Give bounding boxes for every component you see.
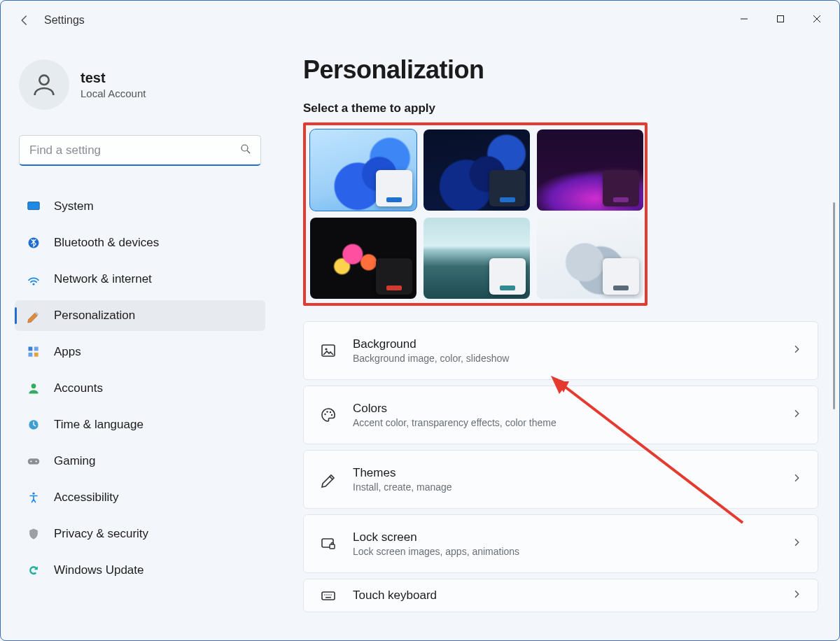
svg-point-21 (324, 414, 326, 415)
theme-heading: Select a theme to apply (303, 101, 821, 115)
window-minimize-button[interactable] (726, 5, 762, 33)
svg-point-28 (324, 594, 326, 596)
svg-rect-11 (29, 353, 33, 357)
colors-icon (319, 406, 337, 424)
windows-update-icon (26, 563, 41, 578)
search-box[interactable] (19, 135, 261, 166)
svg-point-22 (326, 411, 328, 412)
sidebar-item-label: System (54, 199, 94, 213)
bluetooth-icon (26, 235, 41, 251)
sidebar-item-windows-update[interactable]: Windows Update (15, 555, 265, 586)
svg-point-16 (30, 460, 31, 462)
background-icon (319, 341, 337, 360)
sidebar-item-system[interactable]: System (15, 191, 265, 222)
window-maximize-button[interactable] (762, 5, 799, 33)
svg-rect-32 (326, 597, 331, 598)
sidebar-item-label: Accessibility (54, 491, 119, 505)
system-icon (26, 199, 41, 214)
window-close-button[interactable] (799, 5, 835, 33)
touch-keyboard-icon (319, 586, 337, 605)
maximize-icon (776, 15, 785, 23)
sidebar-item-bluetooth[interactable]: Bluetooth & devices (15, 227, 265, 258)
search-input[interactable] (28, 143, 239, 158)
arrow-left-icon (18, 14, 31, 27)
sidebar-item-gaming[interactable]: Gaming (15, 446, 265, 477)
theme-tile-5[interactable] (424, 218, 530, 299)
close-icon (813, 15, 821, 23)
apps-icon (26, 344, 41, 360)
sidebar-item-accounts[interactable]: Accounts (15, 373, 265, 404)
svg-rect-15 (28, 458, 40, 464)
svg-point-29 (326, 594, 328, 596)
svg-point-3 (241, 145, 248, 151)
theme-tile-2[interactable] (424, 129, 530, 211)
search-icon (239, 143, 252, 158)
time-language-icon (26, 417, 41, 432)
settings-rows: Background Background image, color, slid… (303, 321, 818, 612)
theme-tile-4[interactable] (310, 218, 416, 299)
row-title: Lock screen (353, 530, 519, 544)
sidebar-item-privacy[interactable]: Privacy & security (15, 519, 265, 549)
svg-rect-12 (34, 353, 38, 357)
theme-preview-window (489, 170, 526, 206)
privacy-icon (26, 526, 41, 542)
theme-tile-3[interactable] (537, 129, 643, 211)
user-text: test Local Account (80, 70, 146, 99)
sidebar-item-label: Accounts (54, 381, 103, 395)
svg-point-31 (330, 594, 332, 596)
user-account-type: Local Account (80, 87, 146, 99)
row-themes[interactable]: Themes Install, create, manage (303, 450, 818, 509)
row-title: Colors (353, 402, 556, 416)
row-colors[interactable]: Colors Accent color, transparency effect… (303, 386, 818, 444)
accounts-icon (26, 381, 41, 396)
theme-preview-window (376, 258, 412, 295)
svg-point-13 (31, 383, 36, 388)
theme-tile-6[interactable] (537, 218, 643, 299)
svg-rect-5 (28, 202, 40, 210)
row-lock-screen[interactable]: Lock screen Lock screen images, apps, an… (303, 514, 818, 573)
svg-rect-26 (330, 544, 335, 549)
sidebar-item-apps[interactable]: Apps (15, 337, 265, 367)
svg-point-8 (33, 283, 35, 286)
scrollbar-thumb[interactable] (833, 202, 835, 409)
avatar[interactable] (19, 59, 69, 110)
svg-point-30 (328, 594, 330, 596)
back-button[interactable] (10, 6, 38, 34)
row-title: Touch keyboard (353, 589, 437, 603)
sidebar-item-accessibility[interactable]: Accessibility (15, 482, 265, 513)
sidebar-item-label: Privacy & security (54, 527, 148, 541)
accessibility-icon (26, 490, 41, 505)
theme-preview-window (376, 170, 412, 206)
row-title: Background (353, 337, 509, 351)
svg-line-4 (247, 150, 250, 153)
themes-icon (319, 470, 337, 488)
chevron-right-icon (791, 537, 802, 551)
sidebar-item-time[interactable]: Time & language (15, 409, 265, 440)
row-touch-keyboard[interactable]: Touch keyboard (303, 579, 818, 612)
theme-tile-1[interactable] (310, 129, 416, 211)
row-desc: Background image, color, slideshow (353, 353, 509, 364)
sidebar-item-label: Bluetooth & devices (54, 236, 159, 250)
sidebar-item-label: Time & language (54, 418, 144, 432)
chevron-right-icon (791, 408, 802, 422)
row-desc: Install, create, manage (353, 481, 452, 493)
svg-point-2 (39, 76, 48, 85)
row-background[interactable]: Background Background image, color, slid… (303, 321, 818, 380)
svg-rect-1 (778, 16, 784, 22)
minimize-icon (740, 15, 748, 23)
page-title: Personalization (303, 55, 821, 85)
row-desc: Accent color, transparency effects, colo… (353, 417, 556, 428)
sidebar-item-personalization[interactable]: Personalization (15, 300, 265, 331)
svg-rect-27 (322, 592, 335, 600)
annotation-highlight-box (303, 122, 648, 306)
svg-point-17 (36, 460, 37, 462)
sidebar-item-label: Gaming (54, 454, 96, 468)
sidebar-item-label: Windows Update (54, 563, 144, 577)
svg-rect-10 (34, 347, 38, 351)
network-icon (26, 272, 41, 287)
chevron-right-icon (791, 344, 802, 358)
gaming-icon (26, 453, 41, 469)
sidebar-item-network[interactable]: Network & internet (15, 264, 265, 295)
row-title: Themes (353, 466, 452, 480)
chevron-right-icon (791, 589, 802, 603)
